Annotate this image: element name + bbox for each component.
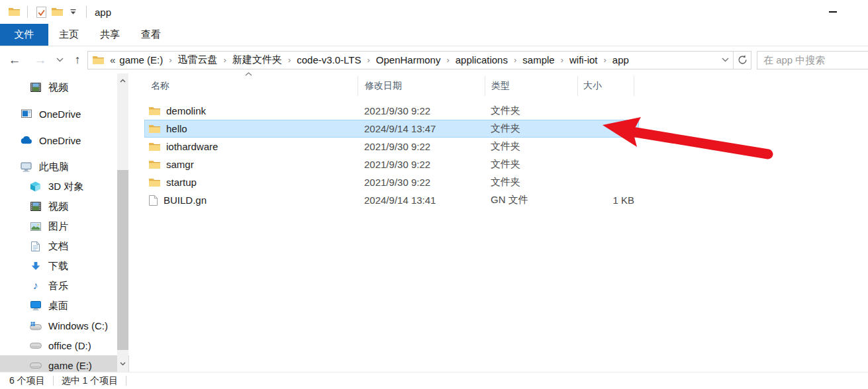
column-header-name[interactable]: 名称 [144,76,358,96]
file-row-3[interactable]: samgr2021/9/30 9:22文件夹 [144,155,639,173]
sidebar-item-label: 桌面 [48,300,68,312]
address-bar[interactable]: « game (E:)›迅雷云盘›新建文件夹›code-v3.0-LTS›Ope… [87,51,751,69]
minimize-button[interactable] [818,5,847,19]
address-dropdown-button[interactable] [717,52,733,69]
folder-icon [149,142,160,151]
folder-icon [93,56,104,65]
file-date: 2021/9/30 9:22 [358,177,485,188]
folder-icon [149,124,160,134]
breadcrumb-item[interactable]: wifi-iot [567,54,600,65]
file-date: 2024/9/14 13:47 [358,123,485,134]
breadcrumb-chevron-icon[interactable]: › [220,55,230,65]
search-input[interactable] [757,51,868,69]
column-headers: 名称 修改日期 类型 大小 [144,73,868,99]
caret-down-icon [120,362,126,366]
file-row-2[interactable]: iothardware2021/9/30 9:22文件夹 [144,138,639,155]
breadcrumb-chevron-icon[interactable]: › [363,55,374,65]
folder-icon [149,107,160,116]
download-icon [29,262,42,271]
sidebar-item-1[interactable]: OneDrive [0,104,129,124]
file-name: startup [166,177,197,188]
refresh-button[interactable] [733,52,751,69]
file-type: 文件夹 [485,122,577,135]
column-header-type[interactable]: 类型 [485,76,577,96]
quick-access-toolbar-dropdown[interactable] [65,4,81,20]
recent-locations-button[interactable] [52,50,68,70]
column-header-date[interactable]: 修改日期 [358,76,485,96]
sidebar-item-5[interactable]: 视频 [0,196,129,216]
file-name: demolink [166,105,206,116]
sidebar-item-11[interactable]: Windows (C:) [0,316,129,335]
sidebar-scrollbar[interactable] [117,73,128,372]
breadcrumb-chevron-icon[interactable]: › [557,55,567,65]
file-name: BUILD.gn [164,194,207,206]
breadcrumb-item[interactable]: app [610,54,631,65]
breadcrumb-chevron-icon[interactable]: › [442,55,453,65]
titlebar-separator [86,6,87,18]
sidebar-item-6[interactable]: 图片 [0,216,129,236]
breadcrumb-overflow[interactable]: « [108,54,117,65]
file-name-cell: startup [144,177,358,188]
sidebar-item-2[interactable]: OneDrive [0,130,129,150]
sidebar-item-7[interactable]: 文档 [0,236,129,256]
sidebar-item-9[interactable]: ♪音乐 [0,276,129,296]
breadcrumb-chevron-icon[interactable]: › [165,55,175,65]
file-name: samgr [166,159,194,170]
back-button[interactable]: ← [0,50,29,70]
column-header-size[interactable]: 大小 [577,76,634,96]
breadcrumb-item[interactable]: sample [520,54,556,65]
forward-button[interactable]: → [29,50,52,70]
file-row-1[interactable]: hello2024/9/14 13:47文件夹 [144,120,639,138]
new-folder-button[interactable] [49,4,65,20]
document-icon [29,241,42,251]
file-row-5[interactable]: BUILD.gn2024/9/14 13:41GN 文件1 KB [144,191,639,209]
sidebar-item-label: 图片 [48,220,68,233]
sidebar-item-label: 文档 [48,240,68,253]
up-button[interactable]: ↑ [68,50,87,70]
scrollbar-thumb[interactable] [117,170,128,350]
video-icon [29,202,42,211]
sidebar-item-3[interactable]: 此电脑 [0,157,129,177]
file-name: hello [166,123,187,134]
sidebar-item-label: 3D 对象 [48,181,83,193]
ribbon-tab-1[interactable]: 主页 [48,24,89,46]
sidebar-item-label: OneDrive [39,135,81,146]
sidebar-item-4[interactable]: 3D 对象 [0,177,129,196]
sidebar-item-12[interactable]: office (D:) [0,335,129,355]
title-bar: app [0,0,868,24]
breadcrumb-chevron-icon[interactable]: › [284,55,295,65]
breadcrumb-item[interactable]: game (E:) [117,54,165,65]
scroll-up-icon[interactable] [117,76,128,85]
file-name-cell: iothardware [144,141,358,152]
breadcrumb-item[interactable]: 迅雷云盘 [176,54,220,66]
file-name-cell: BUILD.gn [144,194,358,206]
refresh-icon [738,55,747,65]
cube-icon [29,181,42,192]
ribbon-tab-0[interactable]: 文件 [0,24,48,46]
sidebar-item-0[interactable]: 视频 [0,77,129,97]
breadcrumb-chevron-icon[interactable]: › [510,55,520,65]
scroll-down-icon[interactable] [117,359,128,368]
properties-button[interactable] [33,4,49,20]
breadcrumb-chevron-icon[interactable]: › [600,55,610,65]
sidebar-item-label: game (E:) [48,360,92,371]
file-size: 1 KB [577,194,634,206]
sidebar-item-8[interactable]: 下载 [0,256,129,276]
breadcrumb-item[interactable]: applications [454,54,510,65]
ribbon-tab-2[interactable]: 共享 [89,24,130,46]
breadcrumb-item[interactable]: 新建文件夹 [230,54,284,66]
navigation-pane: 视频OneDriveOneDrive此电脑3D 对象视频图片文档下载♪音乐桌面W… [0,73,129,372]
items-count: 6 个项目 [9,375,45,387]
ribbon-tab-3[interactable]: 查看 [130,24,171,46]
sidebar-item-label: 音乐 [48,280,68,292]
breadcrumb-item[interactable]: code-v3.0-LTS [295,54,363,65]
file-row-4[interactable]: startup2021/9/30 9:22文件夹 [144,173,639,191]
windows-drive-icon [29,322,42,330]
file-row-0[interactable]: demolink2021/9/30 9:22文件夹 [144,102,639,120]
file-type: 文件夹 [485,176,577,189]
navigation-toolbar: ← → ↑ « game (E:)›迅雷云盘›新建文件夹›code-v3.0-L… [0,46,868,73]
explorer-folder-icon[interactable] [6,4,22,20]
sidebar-item-10[interactable]: 桌面 [0,296,129,316]
sidebar-item-label: 视频 [48,200,68,213]
breadcrumb-item[interactable]: OpenHarmony [374,54,443,65]
